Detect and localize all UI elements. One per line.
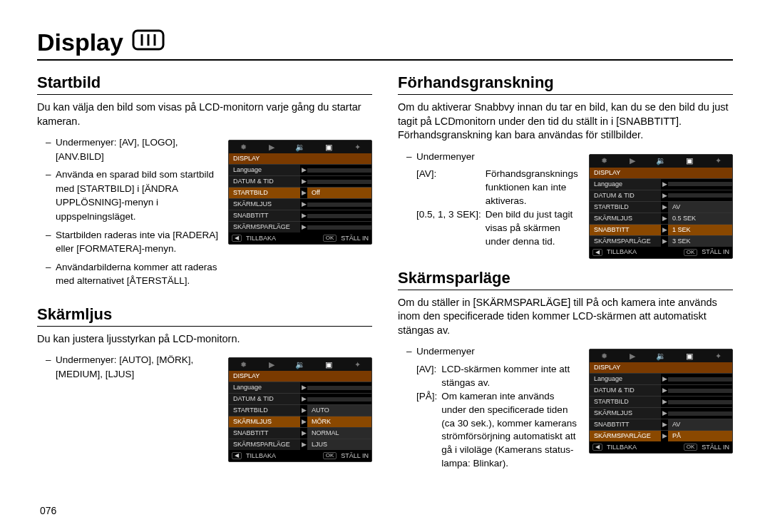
menu-label: SNABBTITT [229, 428, 300, 439]
menu-row: SNABBTITT▶AV [590, 419, 732, 430]
def-value: Förhandsgransknings funktionen kan inte … [486, 168, 580, 208]
menu-label: DATUM & TID [590, 190, 661, 201]
menu-value: 1 SEK [668, 225, 732, 235]
tab-icon: ▣ [675, 352, 704, 360]
menu-row: DATUM & TID▶ [229, 393, 371, 404]
chevron-right-icon: ▶ [300, 396, 307, 402]
tab-icon: ▶ [257, 143, 286, 151]
menu-label: STARTBILD [590, 202, 661, 213]
manual-page: Display Startbild Du kan välja den bild … [0, 0, 770, 532]
menu-row: DATUM & TID▶ [590, 384, 732, 396]
menu-label: SKÄRMSPARLÄGE [229, 439, 300, 450]
ok-label: STÄLL IN [702, 249, 729, 255]
menu-value: MÖRK [307, 416, 371, 427]
menu-label: SKÄRMLJUS [229, 416, 300, 427]
menu-label: Language [229, 382, 300, 393]
menu-row: SKÄRMSPARLÄGE▶3 SEK [590, 235, 732, 247]
tab-icon: ✹ [590, 157, 618, 165]
tab-icon: ✹ [590, 352, 618, 360]
heading-forhandsgranskning: Förhandsgranskning [398, 73, 733, 92]
menu-row: SKÄRMLJUS▶ [590, 407, 732, 419]
chevron-right-icon: ▶ [300, 178, 307, 185]
back-key-icon: ◀ [232, 235, 242, 242]
list-item: Undermenyer: [AUTO], [MÖRK], [MEDIUM], [… [46, 353, 220, 381]
chevron-right-icon: ▶ [661, 421, 668, 428]
chevron-right-icon: ▶ [661, 204, 668, 210]
list-item: Använda en sparad bild som startbild med… [46, 168, 220, 223]
menu-value [307, 168, 371, 173]
menu-row: Language▶ [590, 373, 732, 384]
menu-label: SNABBTITT [590, 225, 661, 235]
menu-value: AUTO [307, 405, 371, 416]
chevron-right-icon: ▶ [300, 167, 307, 173]
tab-icon: ✦ [704, 352, 732, 360]
chevron-right-icon: ▶ [300, 224, 307, 230]
menu-value: NORMAL [307, 428, 371, 439]
sub-label: Undermenyer: [56, 354, 117, 365]
chevron-right-icon: ▶ [661, 193, 668, 199]
forhand-content: Undermenyer [AV]:Förhandsgransknings fun… [398, 150, 733, 259]
menu-label: SKÄRMLJUS [229, 199, 300, 210]
menu-row: Language▶ [229, 382, 371, 393]
menu-row: Language▶ [590, 178, 732, 190]
heading-skarmljus: Skärmljus [37, 305, 372, 324]
menu-row: SKÄRMLJUS▶MÖRK [229, 416, 371, 427]
menu-value: Off [307, 188, 371, 198]
lead-forhandsgranskning: Om du aktiverar Snabbvy innan du tar en … [398, 101, 733, 143]
bullet-list: Undermenyer [406, 344, 580, 359]
rule [398, 290, 733, 290]
startbild-content: Undermenyer: [AV], [LOGO], [ANV.BILD]Anv… [37, 135, 372, 292]
tab-icon: ✦ [343, 361, 371, 369]
ok-label: STÄLL IN [341, 235, 369, 242]
lead-skarmljus: Du kan justera ljusstyrkan på LCD-monito… [37, 332, 372, 347]
menu-row: STARTBILD▶Off [229, 187, 371, 198]
menu-footer: ◀TILLBAKAOKSTÄLL IN [590, 441, 732, 453]
page-number: 076 [40, 505, 56, 516]
menu-value [307, 397, 371, 401]
menu-value [307, 203, 371, 207]
menu-screenshot-forhand: ✹▶🔉▣✦DISPLAYLanguage▶DATUM & TID▶STARTBI… [589, 154, 733, 259]
title-rule [37, 59, 733, 61]
menu-value: AV [668, 419, 732, 430]
tab-icon: ✦ [704, 157, 732, 165]
menu-row: SKÄRMSPARLÄGE▶ [229, 221, 371, 232]
menu-row: STARTBILD▶AUTO [229, 404, 371, 416]
back-label: TILLBAKA [607, 444, 637, 451]
chevron-right-icon: ▶ [300, 407, 307, 414]
back-key-icon: ◀ [232, 452, 242, 459]
chevron-right-icon: ▶ [661, 238, 668, 245]
menu-value: 0.5 SEK [668, 213, 732, 224]
ok-key-icon: OK [684, 249, 698, 256]
page-title: Display [37, 29, 733, 56]
menu-label: DATUM & TID [590, 385, 661, 396]
menu-header: DISPLAY [590, 362, 732, 373]
menu-row: SNABBTITT▶ [229, 210, 371, 221]
menu-value [668, 193, 732, 198]
menu-value [307, 214, 371, 218]
menu-value: AV [668, 202, 732, 213]
chevron-right-icon: ▶ [661, 399, 668, 405]
rule [37, 94, 372, 95]
menu-label: DATUM & TID [229, 176, 300, 187]
menu-label: SNABBTITT [229, 210, 300, 221]
chevron-right-icon: ▶ [661, 376, 668, 382]
menu-footer: ◀TILLBAKAOKSTÄLL IN [590, 247, 732, 258]
skarmspar-text: Undermenyer [AV]:LCD-skärmen kommer inte… [398, 344, 580, 471]
menu-footer: ◀TILLBAKAOKSTÄLL IN [229, 232, 371, 244]
tab-icon: 🔉 [647, 352, 675, 360]
heading-skarmspar: Skärmsparläge [398, 269, 733, 287]
menu-value [307, 180, 371, 184]
menu-label: Language [229, 165, 300, 175]
bullet-list: Undermenyer: [AUTO], [MÖRK], [MEDIUM], [… [46, 353, 220, 381]
tab-icon: ▣ [314, 143, 343, 151]
back-key-icon: ◀ [592, 444, 602, 451]
list-item: Användarbilderna kommer att raderas med … [46, 260, 220, 288]
back-label: TILLBAKA [607, 249, 637, 255]
tab-icon: 🔉 [286, 361, 314, 369]
def-key: [AV]: [416, 363, 437, 390]
tab-icon: 🔉 [647, 157, 675, 165]
menu-row: SKÄRMLJUS▶ [229, 198, 371, 210]
list-item: Undermenyer [406, 344, 580, 359]
menu-label: STARTBILD [229, 188, 300, 198]
menu-label: SKÄRMSPARLÄGE [229, 222, 300, 232]
